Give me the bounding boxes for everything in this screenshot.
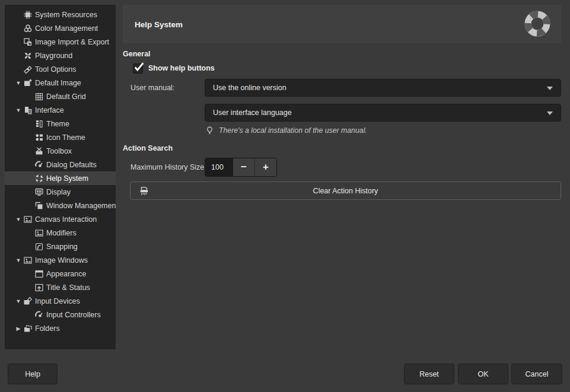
sidebar-item-label: Image Import & Export [35, 38, 109, 46]
sidebar-item-label: Color Management [35, 24, 98, 33]
max-history-size-label: Maximum History Size: [130, 163, 206, 171]
collapse-arrow-icon[interactable]: ▼ [15, 80, 22, 86]
sidebar-item-canvas-interaction[interactable]: ▼Canvas Interaction [5, 212, 116, 226]
display-icon [34, 187, 44, 197]
sidebar-item-label: Default Image [35, 79, 81, 87]
reset-button[interactable]: Reset [404, 364, 454, 384]
manual-language-dropdown-value: User interface language [213, 109, 292, 117]
input-devices-icon [23, 297, 33, 306]
toolbox-icon [34, 146, 44, 156]
sidebar-item-help-system[interactable]: Help System [5, 171, 116, 185]
general-section-label: General [123, 50, 151, 58]
window-management-icon [34, 201, 44, 211]
user-manual-dropdown-value: Use the online version [213, 84, 286, 92]
modifiers-icon [34, 228, 44, 238]
sidebar-item-display[interactable]: Display [5, 185, 116, 199]
folders-icon [23, 324, 33, 333]
shredder-icon [139, 186, 149, 196]
show-help-buttons-row[interactable]: Show help buttons [133, 63, 215, 74]
sidebar-item-label: Appearance [46, 270, 86, 278]
collapse-arrow-icon[interactable]: ▼ [15, 216, 22, 222]
manual-hint-text: There's a local installation of the user… [219, 126, 367, 135]
sidebar-item-icon-theme[interactable]: Icon Theme [5, 130, 116, 144]
sidebar-item-toolbox[interactable]: Toolbox [5, 144, 116, 158]
sidebar-item-label: Dialog Defaults [46, 161, 97, 169]
expand-arrow-icon[interactable]: ▶ [15, 326, 22, 332]
cancel-button[interactable]: Cancel [511, 364, 562, 384]
lightbulb-icon [205, 126, 214, 135]
clear-action-history-button[interactable]: Clear Action History [130, 181, 561, 200]
system-resources-icon [23, 10, 33, 20]
canvas-interaction-icon [23, 215, 33, 224]
max-history-size-spinner: 100 − + [205, 158, 277, 177]
sidebar-item-label: Input Controllers [46, 311, 101, 319]
sidebar-item-dialog-defaults[interactable]: Dialog Defaults [5, 158, 116, 171]
icon-theme-icon [34, 133, 44, 142]
image-windows-icon [23, 256, 33, 265]
sidebar-item-color-management[interactable]: Color Management [5, 21, 116, 35]
snapping-icon [34, 242, 44, 251]
increment-button[interactable]: + [255, 158, 276, 176]
ok-button[interactable]: OK [458, 364, 508, 384]
show-help-buttons-checkbox[interactable] [133, 63, 143, 74]
sidebar-item-label: System Resources [35, 11, 97, 19]
sidebar-item-label: Title & Status [46, 283, 90, 292]
sidebar-item-system-resources[interactable]: System Resources [5, 8, 116, 21]
sidebar-item-label: Folders [35, 324, 60, 333]
sidebar-item-label: Help System [46, 174, 88, 183]
sidebar-item-input-controllers[interactable]: Input Controllers [5, 308, 116, 321]
collapse-arrow-icon[interactable]: ▼ [15, 298, 22, 304]
input-controllers-icon [34, 310, 44, 320]
title-status-icon [34, 283, 44, 292]
sidebar-item-label: Playground [35, 52, 72, 60]
sidebar-item-folders[interactable]: ▶Folders [5, 321, 116, 335]
theme-icon [34, 119, 44, 129]
sidebar-item-appearance[interactable]: Appearance [5, 267, 116, 281]
life-buoy-icon [523, 9, 552, 39]
sidebar-item-title-status[interactable]: Title & Status [5, 281, 116, 294]
sidebar-item-modifiers[interactable]: Modifiers [5, 226, 116, 240]
image-import-export-icon [23, 37, 33, 47]
sidebar-item-label: Tool Options [35, 65, 76, 74]
collapse-arrow-icon[interactable]: ▼ [15, 257, 22, 263]
sidebar-item-label: Display [46, 188, 71, 196]
sidebar-item-snapping[interactable]: Snapping [5, 240, 116, 253]
sidebar-item-image-import-export[interactable]: Image Import & Export [5, 35, 116, 49]
chevron-down-icon [547, 111, 553, 115]
user-manual-dropdown[interactable]: Use the online version [205, 79, 561, 97]
sidebar-item-label: Window Management [46, 202, 116, 210]
action-search-section-label: Action Search [123, 144, 173, 152]
color-management-icon [23, 24, 33, 33]
sidebar-item-window-management[interactable]: Window Management [5, 199, 116, 212]
sidebar-item-label: Image Windows [35, 256, 88, 264]
user-manual-label: User manual: [130, 84, 174, 92]
sidebar-item-interface[interactable]: ▼Interface [5, 103, 116, 117]
clear-action-history-label: Clear Action History [313, 187, 378, 195]
sidebar-item-label: Canvas Interaction [35, 215, 97, 224]
manual-language-dropdown[interactable]: User interface language [205, 104, 561, 122]
show-help-buttons-label: Show help buttons [148, 64, 215, 72]
appearance-icon [34, 269, 44, 279]
sidebar-item-label: Default Grid [46, 93, 86, 101]
checkmark-icon [133, 62, 144, 72]
sidebar-item-default-grid[interactable]: Default Grid [5, 90, 116, 103]
sidebar-item-label: Snapping [46, 243, 78, 251]
sidebar-item-label: Toolbox [46, 147, 72, 155]
sidebar-item-default-image[interactable]: ▼Default Image [5, 76, 116, 90]
sidebar-item-tool-options[interactable]: Tool Options [5, 62, 116, 76]
help-button[interactable]: Help [8, 364, 58, 384]
manual-hint-row: There's a local installation of the user… [205, 125, 367, 136]
sidebar-item-label: Input Devices [35, 297, 80, 305]
sidebar-item-theme[interactable]: Theme [5, 117, 116, 130]
collapse-arrow-icon[interactable]: ▼ [15, 107, 22, 113]
decrement-button[interactable]: − [233, 158, 255, 176]
sidebar-item-image-windows[interactable]: ▼Image Windows [5, 253, 116, 267]
sidebar-item-input-devices[interactable]: ▼Input Devices [5, 294, 116, 308]
playground-icon [23, 51, 33, 60]
help-system-icon [34, 174, 44, 183]
sidebar-item-label: Interface [35, 106, 64, 114]
page-title: Help System [135, 20, 183, 28]
sidebar-item-playground[interactable]: Playground [5, 49, 116, 62]
default-grid-icon [34, 92, 44, 101]
max-history-size-input[interactable]: 100 [205, 158, 233, 176]
